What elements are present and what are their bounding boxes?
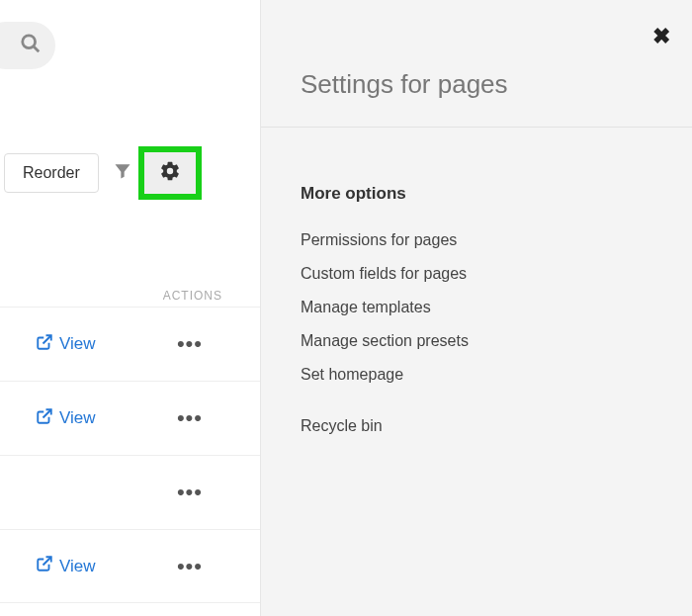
panel-title: Settings for pages	[301, 69, 508, 100]
toolbar: Reorder	[0, 148, 260, 198]
option-manage-section-presets[interactable]: Manage section presets	[301, 324, 469, 358]
external-link-icon	[36, 407, 53, 430]
ellipsis-icon: •••	[177, 480, 203, 504]
option-recycle-bin[interactable]: Recycle bin	[301, 409, 469, 443]
close-icon: ✖	[652, 24, 670, 48]
table-row: View •••	[0, 307, 260, 381]
view-link[interactable]: View	[36, 333, 96, 356]
gear-icon	[159, 160, 181, 186]
search-icon	[20, 33, 42, 58]
svg-line-1	[34, 46, 40, 52]
row-actions-button[interactable]: •••	[177, 407, 203, 429]
filter-icon	[113, 161, 132, 185]
divider	[261, 127, 692, 128]
search-button[interactable]	[0, 22, 55, 69]
svg-point-0	[23, 36, 36, 48]
filter-button[interactable]	[113, 161, 132, 185]
view-label: View	[59, 557, 96, 576]
view-link[interactable]: View	[36, 555, 96, 577]
row-actions-button[interactable]: •••	[177, 556, 203, 577]
option-custom-fields[interactable]: Custom fields for pages	[301, 257, 469, 291]
settings-button[interactable]	[138, 146, 202, 200]
ellipsis-icon: •••	[177, 554, 203, 578]
external-link-icon	[36, 333, 53, 356]
close-button[interactable]: ✖	[652, 24, 670, 49]
row-actions-button[interactable]: •••	[177, 333, 203, 355]
table-row: •••	[0, 455, 260, 529]
option-manage-templates[interactable]: Manage templates	[301, 291, 469, 324]
table-row: View •••	[0, 381, 260, 455]
more-options-section: More options Permissions for pages Custo…	[301, 184, 469, 443]
ellipsis-icon: •••	[177, 331, 203, 356]
option-set-homepage[interactable]: Set homepage	[301, 358, 469, 392]
svg-line-2	[43, 335, 51, 343]
row-actions-button[interactable]: •••	[177, 482, 203, 503]
table-row: View •••	[0, 529, 260, 603]
rows-container: View ••• View •••	[0, 307, 260, 603]
actions-column-header: ACTIONS	[163, 289, 222, 303]
settings-panel: ✖ Settings for pages More options Permis…	[260, 0, 692, 616]
left-column: Reorder ACTIONS	[0, 0, 260, 616]
view-label: View	[59, 408, 96, 428]
svg-line-4	[43, 557, 51, 565]
view-link[interactable]: View	[36, 407, 96, 430]
external-link-icon	[36, 555, 53, 577]
svg-line-3	[43, 409, 51, 417]
ellipsis-icon: •••	[177, 405, 203, 430]
view-label: View	[59, 334, 96, 354]
more-options-label: More options	[301, 184, 469, 204]
option-permissions[interactable]: Permissions for pages	[301, 223, 469, 257]
reorder-button[interactable]: Reorder	[4, 153, 99, 193]
